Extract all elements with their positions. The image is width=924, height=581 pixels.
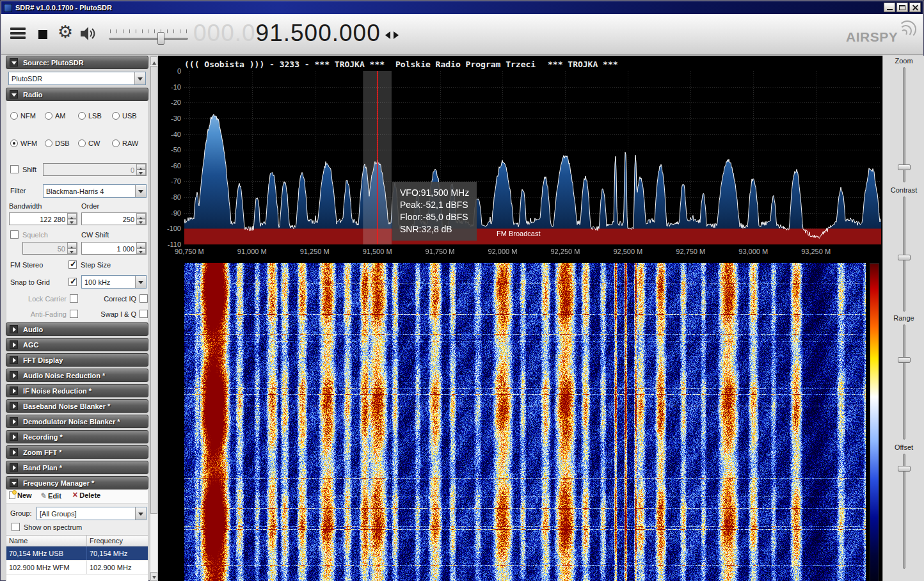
panel-source[interactable]: Source: PlutoSDR <box>6 56 148 69</box>
show-on-spectrum-checkbox[interactable] <box>12 523 20 531</box>
offset-slider-thumb[interactable] <box>898 466 911 472</box>
squelch-checkbox[interactable] <box>10 230 19 239</box>
panel-baseband-noise-blanker[interactable]: Baseband Noise Blanker * <box>6 399 148 413</box>
scroll-up-icon[interactable] <box>150 56 157 65</box>
expand-arrow-icon <box>10 417 18 426</box>
delete-button[interactable]: Delete <box>72 491 100 499</box>
panel-audio[interactable]: Audio <box>6 322 148 336</box>
panel-recording[interactable]: Recording * <box>6 430 148 443</box>
panel-zoom-fft[interactable]: Zoom FFT * <box>6 445 148 459</box>
shift-label: Shift <box>22 166 36 173</box>
db-tick-label: -70 <box>158 177 181 185</box>
settings-button[interactable] <box>58 23 73 41</box>
column-name[interactable]: Name <box>6 536 87 546</box>
dropdown-arrow-icon[interactable] <box>135 507 146 520</box>
sidebar-scrollbar[interactable] <box>150 56 158 581</box>
panel-fft-display[interactable]: FFT Display <box>6 353 148 367</box>
edit-label: Edit <box>48 492 61 500</box>
anti-fading-checkbox[interactable] <box>70 310 78 318</box>
dropdown-arrow-icon[interactable] <box>135 185 146 197</box>
range-slider-thumb[interactable] <box>898 357 911 363</box>
swap-iq-checkbox[interactable] <box>139 310 148 318</box>
correct-iq-checkbox[interactable] <box>139 294 148 303</box>
waterfall[interactable] <box>184 263 866 581</box>
order-input[interactable]: 250 <box>81 212 147 225</box>
expand-arrow-icon <box>10 325 18 333</box>
stop-icon <box>38 30 47 39</box>
slider-label-contrast: Contrast <box>883 186 924 194</box>
shift-checkbox[interactable] <box>10 165 19 173</box>
combo-value: PlutoSDR <box>9 75 134 83</box>
column-frequency[interactable]: Frequency <box>87 536 148 546</box>
spinner[interactable] <box>136 243 146 254</box>
new-label: New <box>17 491 32 499</box>
panel-if-noise-reduction[interactable]: IF Noise Reduction * <box>6 384 148 397</box>
mode-dsb[interactable]: DSB <box>45 139 70 147</box>
scroll-down-icon[interactable] <box>150 572 157 581</box>
group-select[interactable]: [All Groups] <box>36 507 147 520</box>
scrollbar-thumb[interactable] <box>150 66 157 514</box>
contrast-slider-thumb[interactable] <box>898 255 911 260</box>
stop-button[interactable] <box>38 30 47 39</box>
db-tick-label: -80 <box>158 193 181 201</box>
panel-audio-noise-reduction[interactable]: Audio Noise Reduction * <box>6 369 148 382</box>
frequency-display[interactable]: 000.091.500.000 <box>193 19 381 51</box>
dropdown-arrow-icon[interactable] <box>135 276 146 288</box>
step-up-icon[interactable] <box>394 31 399 39</box>
panel-radio[interactable]: Radio <box>6 88 148 101</box>
filter-select[interactable]: Blackman-Harris 4 <box>43 184 147 198</box>
mode-nfm[interactable]: NFM <box>10 112 36 120</box>
restore-icon <box>899 5 905 10</box>
lock-carrier-checkbox[interactable] <box>70 294 78 303</box>
panel-frequency-manager[interactable]: Frequency Manager * <box>6 476 148 489</box>
fm-stereo-checkbox[interactable] <box>68 260 77 269</box>
frequency-stepper[interactable] <box>385 31 402 40</box>
spinner[interactable] <box>67 213 77 225</box>
step-down-icon[interactable] <box>385 31 390 39</box>
mode-raw[interactable]: RAW <box>112 139 138 147</box>
bandwidth-input[interactable]: 122 280 <box>9 212 77 225</box>
mode-wfm[interactable]: WFM <box>10 139 37 147</box>
edit-button[interactable]: Edit <box>40 491 61 500</box>
close-button[interactable] <box>909 3 921 12</box>
mode-am[interactable]: AM <box>45 112 66 120</box>
mode-usb[interactable]: USB <box>112 112 137 120</box>
table-header[interactable]: Name Frequency <box>6 536 148 546</box>
spinner[interactable] <box>67 243 77 254</box>
table-row[interactable]: 102.900 MHz WFM102.900 MHz <box>6 561 148 575</box>
dropdown-arrow-icon[interactable] <box>134 72 145 84</box>
titlebar[interactable]: SDR# v1.0.0.1700 - PlutoSDR <box>1 1 923 14</box>
db-tick-label: -20 <box>158 99 181 106</box>
volume-slider[interactable] <box>109 28 188 51</box>
source-device-select[interactable]: PlutoSDR <box>8 72 146 85</box>
tick-mark <box>186 29 187 33</box>
spinner[interactable] <box>136 213 146 225</box>
panel-demodulator-noise-blanker[interactable]: Demodulator Noise Blanker * <box>6 415 148 428</box>
snap-to-grid-checkbox[interactable] <box>68 278 77 286</box>
fft-spectrum[interactable] <box>184 71 881 244</box>
cw-shift-input[interactable]: 1 000 <box>81 242 147 255</box>
combo-value: [All Groups] <box>37 510 135 518</box>
audio-button[interactable] <box>79 26 97 44</box>
zoom-slider-thumb[interactable] <box>898 164 911 170</box>
tick-mark <box>154 29 155 33</box>
table-row[interactable]: 70,154 MHz USB70,154 MHz <box>6 546 148 561</box>
spinner[interactable] <box>136 164 146 175</box>
shift-input[interactable]: 0 <box>43 163 147 176</box>
mode-label: AM <box>55 112 66 120</box>
new-button[interactable]: New <box>9 491 32 499</box>
db-tick-label: -10 <box>158 83 181 91</box>
menu-button[interactable] <box>10 26 26 41</box>
restore-button[interactable] <box>896 3 908 12</box>
mode-lsb[interactable]: LSB <box>78 112 102 120</box>
left-sidebar: Source: PlutoSDR PlutoSDR Radio NFMAMLSB… <box>6 56 148 581</box>
panel-agc[interactable]: AGC <box>6 338 148 351</box>
mode-cw[interactable]: CW <box>78 139 100 147</box>
panel-band-plan[interactable]: Band Plan * <box>6 461 148 474</box>
step-size-select[interactable]: 100 kHz <box>81 275 147 289</box>
range-slider[interactable] <box>903 324 905 440</box>
expand-arrow-icon <box>10 402 18 410</box>
squelch-input[interactable]: 50 <box>22 242 77 255</box>
minimize-button[interactable] <box>884 3 895 12</box>
slider-thumb[interactable] <box>157 32 164 45</box>
